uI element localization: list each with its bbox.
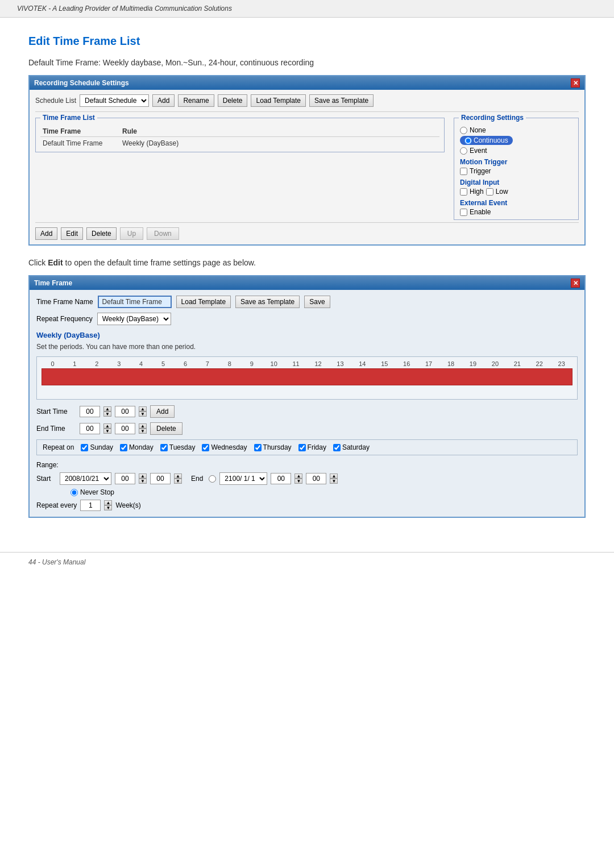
- start-date-select[interactable]: 2008/10/21: [60, 472, 111, 485]
- end-hour-up[interactable]: ▲: [103, 423, 111, 429]
- wednesday-checkbox[interactable]: [202, 444, 209, 451]
- end-hour-down[interactable]: ▼: [103, 429, 111, 434]
- never-stop-row: Never Stop: [70, 488, 578, 496]
- monday-checkbox[interactable]: [120, 444, 127, 451]
- add-timeframe-button[interactable]: Add: [35, 227, 57, 240]
- enable-label: Enable: [470, 208, 491, 216]
- end-range-hour-spinner[interactable]: ▲ ▼: [294, 474, 302, 484]
- repeat-every-input[interactable]: [80, 500, 101, 511]
- timeframe-titlebar: Time Frame ✕: [30, 276, 584, 290]
- down-button[interactable]: Down: [147, 227, 179, 240]
- freq-label: Repeat Frequency: [36, 315, 93, 323]
- recording-dialog-close[interactable]: ✕: [571, 78, 580, 88]
- end-min-input[interactable]: [115, 423, 135, 434]
- h1: 1: [64, 360, 86, 367]
- add-period-button[interactable]: Add: [150, 405, 175, 418]
- start-range-min-spinner[interactable]: ▲ ▼: [174, 474, 182, 484]
- end-min-down[interactable]: ▼: [139, 429, 147, 434]
- friday-checkbox[interactable]: [298, 444, 306, 451]
- save-as-template-button-top[interactable]: Save as Template: [309, 94, 374, 107]
- high-label: High: [470, 188, 484, 196]
- none-option: None: [460, 126, 572, 134]
- time-frame-list-section: Time Frame List Time Frame Rule Default …: [35, 118, 445, 220]
- high-checkbox[interactable]: [460, 188, 467, 196]
- end-range-label: End: [191, 475, 203, 483]
- thursday-checkbox[interactable]: [254, 444, 262, 451]
- load-template-button[interactable]: Load Template: [176, 296, 231, 308]
- end-date-radio[interactable]: [209, 475, 216, 483]
- start-hour-down[interactable]: ▼: [103, 412, 111, 417]
- end-range-min-input[interactable]: [306, 473, 326, 484]
- delete-timeframe-button[interactable]: Delete: [86, 227, 117, 240]
- erh-up[interactable]: ▲: [294, 474, 302, 479]
- save-as-template-button[interactable]: Save as Template: [235, 296, 300, 308]
- start-range-min-input[interactable]: [150, 473, 171, 484]
- recording-toolbar: Schedule List Default Schedule Add Renam…: [35, 94, 579, 112]
- start-min-input[interactable]: [115, 406, 135, 417]
- h21: 21: [506, 360, 528, 367]
- event-radio[interactable]: [460, 147, 467, 155]
- end-hour-spinner[interactable]: ▲ ▼: [103, 423, 111, 434]
- h18: 18: [440, 360, 462, 367]
- timeline-bar[interactable]: [42, 368, 572, 385]
- rename-button[interactable]: Rename: [178, 94, 214, 107]
- timeframe-close-button[interactable]: ✕: [571, 279, 580, 288]
- erh-down[interactable]: ▼: [294, 479, 302, 484]
- h7: 7: [196, 360, 218, 367]
- up-button[interactable]: Up: [120, 227, 143, 240]
- sunday-checkbox[interactable]: [81, 444, 88, 451]
- end-range-hour-input[interactable]: [271, 473, 291, 484]
- start-hour-spinner[interactable]: ▲ ▼: [103, 406, 111, 417]
- repeat-every-spinner[interactable]: ▲ ▼: [104, 500, 112, 510]
- row-time-frame-value: Default Time Frame: [43, 139, 122, 147]
- end-range-min-spinner[interactable]: ▲ ▼: [330, 474, 338, 484]
- schedule-list-select[interactable]: Default Schedule: [80, 94, 149, 107]
- re-down[interactable]: ▼: [104, 505, 112, 510]
- edit-timeframe-button[interactable]: Edit: [61, 227, 83, 240]
- weeks-label: Week(s): [115, 501, 140, 509]
- tuesday-checkbox[interactable]: [160, 444, 168, 451]
- load-template-button-top[interactable]: Load Template: [251, 94, 306, 107]
- main-content: Edit Time Frame List Default Time Frame:…: [0, 18, 614, 552]
- save-button[interactable]: Save: [304, 296, 330, 308]
- start-min-up[interactable]: ▲: [139, 406, 147, 412]
- never-stop-radio[interactable]: [70, 489, 78, 496]
- erm-down[interactable]: ▼: [330, 479, 338, 484]
- srh-up[interactable]: ▲: [139, 474, 147, 479]
- delete-period-button[interactable]: Delete: [150, 422, 182, 435]
- h14: 14: [351, 360, 374, 367]
- add-schedule-button[interactable]: Add: [152, 94, 175, 107]
- srm-down[interactable]: ▼: [174, 479, 182, 484]
- srh-down[interactable]: ▼: [139, 479, 147, 484]
- high-low-row: High Low: [460, 188, 572, 196]
- freq-select[interactable]: Weekly (DayBase): [97, 313, 171, 325]
- timeline-empty-row: [42, 387, 572, 396]
- timeframe-name-input[interactable]: [98, 296, 172, 308]
- low-checkbox[interactable]: [486, 188, 493, 196]
- enable-checkbox[interactable]: [460, 209, 467, 216]
- erm-up[interactable]: ▲: [330, 474, 338, 479]
- end-date-select[interactable]: 2100/ 1/ 1: [219, 472, 267, 485]
- continuous-radio[interactable]: [464, 137, 472, 144]
- start-range-hour-spinner[interactable]: ▲ ▼: [139, 474, 147, 484]
- external-event-subsection: External Event Enable: [460, 199, 572, 216]
- re-up[interactable]: ▲: [104, 500, 112, 505]
- start-min-spinner[interactable]: ▲ ▼: [139, 406, 147, 417]
- delete-schedule-button[interactable]: Delete: [218, 94, 248, 107]
- time-inputs-section: Start Time ▲ ▼ ▲ ▼ Add End Time: [36, 405, 578, 435]
- low-label: Low: [496, 188, 508, 196]
- saturday-checkbox[interactable]: [333, 444, 341, 451]
- end-min-up[interactable]: ▲: [139, 423, 147, 429]
- start-hour-up[interactable]: ▲: [103, 406, 111, 412]
- none-radio[interactable]: [460, 127, 467, 134]
- srm-up[interactable]: ▲: [174, 474, 182, 479]
- end-min-spinner[interactable]: ▲ ▼: [139, 423, 147, 434]
- start-hour-input[interactable]: [80, 406, 100, 417]
- end-hour-input[interactable]: [80, 423, 100, 434]
- recording-dialog-body: Schedule List Default Schedule Add Renam…: [30, 90, 584, 244]
- table-row: Default Time Frame Weekly (DayBase): [40, 138, 439, 148]
- timeframe-dialog: Time Frame ✕ Time Frame Name Load Templa…: [28, 275, 586, 518]
- start-min-down[interactable]: ▼: [139, 412, 147, 417]
- start-range-hour-input[interactable]: [115, 473, 135, 484]
- trigger-checkbox[interactable]: [460, 168, 467, 175]
